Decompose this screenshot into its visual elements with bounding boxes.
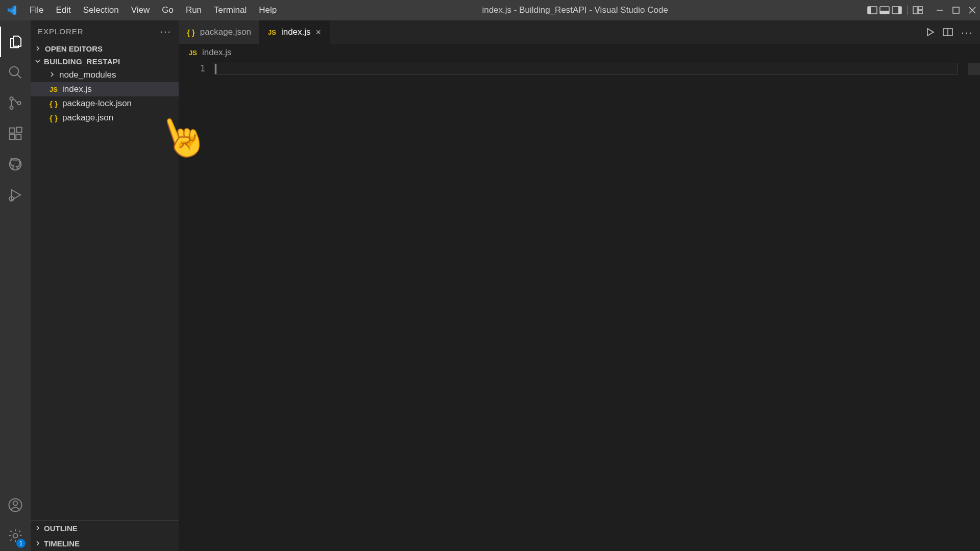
maximize-window-icon[interactable]: [952, 7, 960, 14]
svg-rect-3: [880, 11, 889, 14]
toggle-secondary-sidebar-icon[interactable]: [892, 6, 902, 14]
account-icon: [8, 497, 23, 513]
menu-edit[interactable]: Edit: [50, 2, 77, 18]
layout-divider: [907, 6, 908, 15]
svg-rect-19: [10, 134, 15, 139]
vscode-logo-icon: [6, 5, 17, 16]
close-tab-icon[interactable]: ×: [316, 27, 322, 38]
source-control-icon: [8, 95, 23, 111]
tree-folder-node-modules[interactable]: node_modules: [31, 68, 179, 82]
svg-line-14: [17, 74, 21, 79]
activity-accounts[interactable]: [0, 490, 31, 520]
activity-source-control[interactable]: [0, 88, 31, 118]
explorer-sidebar: EXPLORER ··· OPEN EDITORS BUILDING_RESTA…: [31, 20, 179, 551]
json-file-icon: { }: [187, 28, 195, 37]
window-controls: [867, 6, 976, 15]
window-title: index.js - Building_RestAPI - Visual Stu…: [283, 5, 867, 15]
menu-selection[interactable]: Selection: [77, 2, 125, 18]
open-editors-label: OPEN EDITORS: [45, 44, 103, 53]
svg-rect-21: [17, 128, 22, 133]
tree-file-package-json[interactable]: { } package.json: [31, 111, 179, 125]
section-open-editors[interactable]: OPEN EDITORS: [31, 42, 179, 55]
line-number: 1: [179, 63, 205, 73]
section-outline[interactable]: OUTLINE: [31, 520, 179, 536]
activity-search[interactable]: [0, 57, 31, 88]
tree-label: package-lock.json: [62, 98, 132, 109]
breadcrumb[interactable]: JS index.js: [179, 44, 980, 61]
svg-rect-6: [913, 7, 917, 14]
toggle-panel-icon[interactable]: [879, 6, 890, 14]
customize-layout-icon[interactable]: [913, 6, 923, 14]
sidebar-title: EXPLORER: [38, 27, 84, 36]
tab-label: package.json: [200, 27, 251, 37]
menu-go[interactable]: Go: [156, 2, 180, 18]
file-tree: node_modules JS index.js { } package-loc…: [31, 68, 179, 125]
json-file-icon: { }: [49, 99, 58, 108]
active-line-highlight: [214, 63, 958, 75]
run-file-icon[interactable]: [925, 28, 935, 37]
folder-root-label: BUILDING_RESTAPI: [44, 57, 120, 66]
svg-rect-10: [953, 7, 959, 13]
svg-point-13: [10, 67, 19, 76]
svg-rect-18: [10, 128, 15, 133]
code-content[interactable]: [214, 61, 968, 551]
svg-point-25: [13, 501, 18, 506]
outline-label: OUTLINE: [44, 524, 78, 533]
chevron-right-icon: [35, 524, 41, 533]
settings-badge: 1: [16, 539, 26, 548]
activity-run-debug[interactable]: [0, 180, 31, 210]
svg-point-16: [10, 106, 13, 109]
activity-bar: 1: [0, 20, 31, 551]
activity-settings[interactable]: 1: [0, 520, 31, 551]
editor-more-icon[interactable]: ···: [961, 27, 973, 38]
js-file-icon: JS: [189, 49, 197, 57]
tab-package-json[interactable]: { } package.json: [179, 20, 260, 44]
minimize-window-icon[interactable]: [936, 7, 943, 14]
files-icon: [8, 34, 23, 49]
svg-rect-20: [16, 134, 21, 139]
split-editor-icon[interactable]: [943, 28, 953, 36]
menu-help[interactable]: Help: [253, 2, 283, 18]
chevron-down-icon: [35, 57, 41, 66]
close-window-icon[interactable]: [969, 7, 976, 14]
menu-bar: File Edit Selection View Go Run Terminal…: [23, 2, 283, 18]
activity-explorer[interactable]: [0, 27, 31, 57]
menu-view[interactable]: View: [125, 2, 156, 18]
json-file-icon: { }: [49, 114, 58, 122]
tree-file-package-lock[interactable]: { } package-lock.json: [31, 96, 179, 111]
menu-terminal[interactable]: Terminal: [208, 2, 253, 18]
search-icon: [8, 65, 23, 80]
svg-point-17: [17, 102, 20, 105]
svg-rect-7: [918, 7, 922, 10]
github-icon: [8, 157, 23, 172]
tree-label: package.json: [62, 113, 113, 123]
svg-rect-1: [868, 7, 871, 14]
minimap-viewport: [968, 63, 980, 75]
activity-extensions[interactable]: [0, 118, 31, 149]
chevron-right-icon: [35, 44, 42, 53]
line-number-gutter: 1: [179, 61, 214, 551]
chevron-right-icon: [35, 539, 41, 548]
text-cursor: [215, 64, 216, 74]
editor-pane[interactable]: 1: [179, 61, 980, 551]
main-body: 1 EXPLORER ··· OPEN EDITORS BUILDING_RES…: [0, 20, 980, 551]
js-file-icon: JS: [49, 86, 58, 93]
run-debug-icon: [8, 187, 23, 203]
tree-label: node_modules: [59, 70, 116, 80]
menu-run[interactable]: Run: [180, 2, 208, 18]
menu-file[interactable]: File: [23, 2, 50, 18]
folder-root[interactable]: BUILDING_RESTAPI: [31, 55, 179, 68]
activity-github[interactable]: [0, 149, 31, 180]
svg-point-26: [13, 534, 18, 538]
tab-label: index.js: [281, 27, 311, 37]
section-timeline[interactable]: TIMELINE: [31, 536, 179, 551]
minimap[interactable]: [968, 61, 980, 551]
timeline-label: TIMELINE: [44, 539, 80, 548]
editor-area: { } package.json JS index.js × ··· JS in…: [179, 20, 980, 551]
tab-index-js[interactable]: JS index.js ×: [260, 20, 330, 44]
tree-file-index-js[interactable]: JS index.js: [31, 82, 179, 96]
sidebar-more-icon[interactable]: ···: [160, 26, 172, 37]
toggle-primary-sidebar-icon[interactable]: [867, 6, 877, 14]
tab-bar: { } package.json JS index.js × ···: [179, 20, 980, 44]
svg-rect-5: [898, 7, 901, 14]
